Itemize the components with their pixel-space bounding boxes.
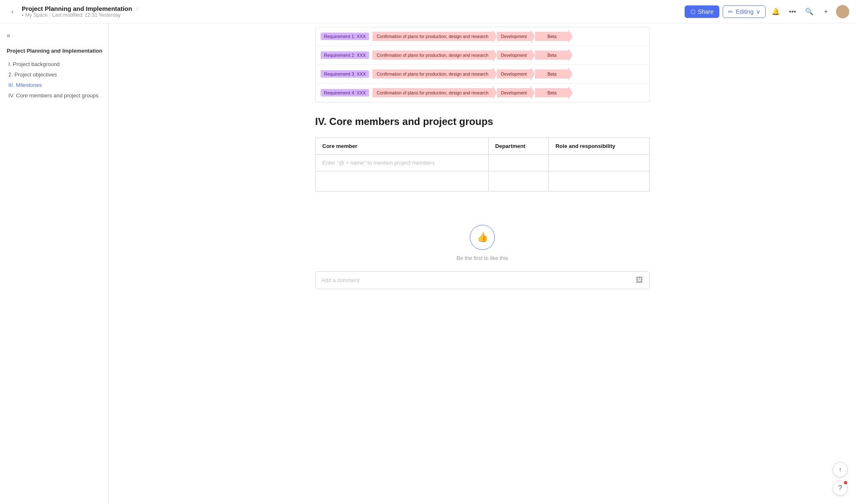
help-badge bbox=[844, 481, 847, 484]
topbar: ‹ Project Planning and Implementation ☆ … bbox=[0, 0, 856, 23]
last-modified: Last modified: 12:31 Yesterday bbox=[52, 12, 121, 18]
share-icon: ⬡ bbox=[690, 8, 696, 15]
step-dev-1: Development bbox=[497, 32, 531, 41]
chart-row: Requirement 4: XXX Confirmation of plans… bbox=[316, 84, 649, 102]
pencil-icon: ✏ bbox=[728, 8, 733, 15]
step-beta-1: Beta bbox=[535, 32, 568, 41]
cell-department-1[interactable] bbox=[488, 155, 548, 171]
avatar[interactable] bbox=[836, 5, 849, 18]
scroll-to-top-button[interactable]: ↑ bbox=[833, 462, 848, 477]
share-button[interactable]: ⬡ Share bbox=[685, 5, 719, 18]
step-arrow-1c bbox=[568, 30, 573, 43]
help-button[interactable]: ? bbox=[833, 481, 848, 496]
topbar-right: ⬡ Share ✏ Editing ∨ 🔔 ••• 🔍 + bbox=[685, 5, 849, 18]
step-arrow-1b bbox=[531, 30, 535, 43]
table-row[interactable]: Enter "@ + name" to mention project memb… bbox=[316, 155, 650, 171]
arrow-up-icon: ↑ bbox=[838, 466, 842, 473]
col-header-department: Department bbox=[488, 138, 548, 155]
step-dev-3: Development bbox=[497, 69, 531, 79]
step-confirm-4: Confirmation of plans for production, de… bbox=[372, 88, 492, 97]
back-button[interactable]: ‹ bbox=[7, 6, 18, 18]
star-icon[interactable]: ☆ bbox=[135, 5, 140, 12]
topbar-left: ‹ Project Planning and Implementation ☆ … bbox=[7, 5, 140, 18]
sidebar-doc-title: Project Planning and Implementation bbox=[5, 48, 103, 54]
space-icon: ▪ bbox=[22, 12, 23, 18]
arrow-steps-4: Confirmation of plans for production, de… bbox=[372, 86, 644, 99]
step-confirm-2: Confirmation of plans for production, de… bbox=[372, 51, 492, 60]
table-header-row: Core member Department Role and responsi… bbox=[316, 138, 650, 155]
step-beta-4: Beta bbox=[535, 88, 568, 97]
step-confirm-3: Confirmation of plans for production, de… bbox=[372, 69, 492, 79]
comment-input-wrap: 🖼 bbox=[315, 271, 650, 289]
doc-title: Project Planning and Implementation bbox=[22, 5, 132, 12]
sidebar-item-project-background[interactable]: I. Project background bbox=[5, 59, 103, 69]
step-arrow-3a bbox=[493, 67, 497, 81]
req-label-3: Requirement 3: XXX bbox=[321, 70, 369, 78]
cell-role-2[interactable] bbox=[548, 171, 649, 191]
floating-buttons: ↑ ? bbox=[833, 462, 848, 496]
comment-input[interactable] bbox=[321, 277, 632, 283]
core-members-table: Core member Department Role and responsi… bbox=[315, 137, 650, 191]
like-button[interactable]: 👍 bbox=[470, 225, 495, 250]
col-header-member: Core member bbox=[316, 138, 489, 155]
editing-button[interactable]: ✏ Editing ∨ bbox=[723, 5, 766, 18]
chart-row: Requirement 2: XXX Confirmation of plans… bbox=[316, 46, 649, 65]
step-arrow-2a bbox=[493, 48, 497, 62]
sidebar-item-core-members[interactable]: IV. Core members and project groups bbox=[5, 90, 103, 101]
step-arrow-3b bbox=[531, 67, 535, 81]
cell-member-1[interactable]: Enter "@ + name" to mention project memb… bbox=[316, 155, 489, 171]
doc-meta: ▪ My Space | Last modified: 12:31 Yester… bbox=[22, 12, 140, 18]
search-button[interactable]: 🔍 bbox=[802, 5, 816, 18]
sidebar-item-milestones[interactable]: III. Milestones bbox=[5, 80, 103, 90]
step-arrow-3c bbox=[568, 67, 573, 81]
step-arrow-2b bbox=[531, 48, 535, 62]
step-confirm-1: Confirmation of plans for production, de… bbox=[372, 32, 492, 41]
space-name: My Space bbox=[25, 12, 47, 18]
comment-section: 🖼 bbox=[315, 271, 650, 289]
layout: « Project Planning and Implementation I.… bbox=[0, 23, 856, 504]
section-heading: IV. Core members and project groups bbox=[315, 116, 650, 127]
cell-member-2[interactable] bbox=[316, 171, 489, 191]
sidebar-item-project-objectives[interactable]: 2. Project objectives bbox=[5, 69, 103, 80]
step-beta-2: Beta bbox=[535, 51, 568, 60]
step-arrow-4b bbox=[531, 86, 535, 99]
more-button[interactable]: ••• bbox=[786, 5, 799, 18]
like-text: Be the first to like this bbox=[456, 255, 508, 261]
add-button[interactable]: + bbox=[819, 5, 833, 18]
table-row[interactable] bbox=[316, 171, 650, 191]
chart-row: Requirement 1: XXX Confirmation of plans… bbox=[316, 27, 649, 46]
main-content: Requirement 1: XXX Confirmation of plans… bbox=[109, 23, 856, 504]
step-arrow-4a bbox=[493, 86, 497, 99]
cell-department-2[interactable] bbox=[488, 171, 548, 191]
step-dev-4: Development bbox=[497, 88, 531, 97]
req-label-2: Requirement 2: XXX bbox=[321, 51, 369, 59]
req-label-4: Requirement 4: XXX bbox=[321, 89, 369, 97]
content-wrap: Requirement 1: XXX Confirmation of plans… bbox=[315, 27, 650, 289]
step-beta-3: Beta bbox=[535, 69, 568, 79]
milestone-chart: Requirement 1: XXX Confirmation of plans… bbox=[315, 27, 650, 102]
cell-role-1[interactable] bbox=[548, 155, 649, 171]
req-label-1: Requirement 1: XXX bbox=[321, 33, 369, 40]
sidebar-nav: I. Project background 2. Project objecti… bbox=[5, 59, 103, 101]
sidebar-collapse-button[interactable]: « bbox=[5, 30, 12, 41]
chart-row: Requirement 3: XXX Confirmation of plans… bbox=[316, 65, 649, 84]
bell-button[interactable]: 🔔 bbox=[769, 5, 782, 18]
step-dev-2: Development bbox=[497, 51, 531, 60]
step-arrow-2c bbox=[568, 48, 573, 62]
question-icon: ? bbox=[838, 484, 842, 492]
arrow-steps-2: Confirmation of plans for production, de… bbox=[372, 48, 644, 62]
like-section: 👍 Be the first to like this bbox=[315, 225, 650, 261]
sidebar: « Project Planning and Implementation I.… bbox=[0, 23, 109, 504]
step-arrow-1a bbox=[493, 30, 497, 43]
thumbs-up-icon: 👍 bbox=[477, 232, 488, 243]
arrow-steps-1: Confirmation of plans for production, de… bbox=[372, 30, 644, 43]
step-arrow-4c bbox=[568, 86, 573, 99]
image-attach-icon[interactable]: 🖼 bbox=[636, 276, 643, 285]
arrow-steps-3: Confirmation of plans for production, de… bbox=[372, 67, 644, 81]
col-header-role: Role and responsibility bbox=[548, 138, 649, 155]
chevron-down-icon: ∨ bbox=[756, 8, 760, 15]
sidebar-toggle: « bbox=[5, 30, 103, 41]
